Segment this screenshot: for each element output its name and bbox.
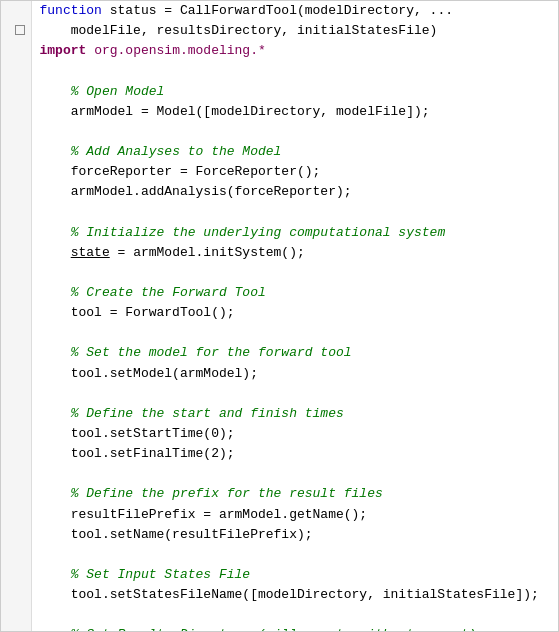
code-table: function status = CallForwardTool(modelD… [1,1,558,632]
code-line: % Add Analyses to the Model [1,142,558,162]
line-code: state = armModel.initSystem(); [31,243,558,263]
line-number [1,585,31,605]
code-line: state = armModel.initSystem(); [1,243,558,263]
line-number [1,545,31,565]
line-code: % Open Model [31,82,558,102]
code-line: % Define the prefix for the result files [1,484,558,504]
line-code: % Define the prefix for the result files [31,484,558,504]
code-line: % Initialize the underlying computationa… [1,223,558,243]
code-line [1,384,558,404]
line-number [1,263,31,283]
line-number [1,82,31,102]
line-code: modelFile, resultsDirectory, initialStat… [31,21,558,41]
line-code [31,263,558,283]
line-number [1,424,31,444]
line-number [1,202,31,222]
code-line [1,605,558,625]
line-code: % Set Input States File [31,565,558,585]
code-line [1,263,558,283]
code-line: tool.setStatesFileName([modelDirectory, … [1,585,558,605]
line-number [1,525,31,545]
line-code [31,202,558,222]
line-code: % Define the start and finish times [31,404,558,424]
code-line: tool.setStartTime(0); [1,424,558,444]
line-code: % Set the model for the forward tool [31,343,558,363]
line-code [31,464,558,484]
code-line: armModel.addAnalysis(forceReporter); [1,182,558,202]
line-code: forceReporter = ForceReporter(); [31,162,558,182]
code-line [1,323,558,343]
line-number [1,162,31,182]
code-line: tool = ForwardTool(); [1,303,558,323]
line-number [1,364,31,384]
code-line: import org.opensim.modeling.* [1,41,558,61]
line-number [1,484,31,504]
line-code: resultFilePrefix = armModel.getName(); [31,505,558,525]
line-number [1,444,31,464]
line-code: tool.setName(resultFilePrefix); [31,525,558,545]
line-code: tool.setStatesFileName([modelDirectory, … [31,585,558,605]
code-line: forceReporter = ForceReporter(); [1,162,558,182]
line-code: import org.opensim.modeling.* [31,41,558,61]
line-number [1,223,31,243]
code-line: tool.setModel(armModel); [1,364,558,384]
line-code: % Create the Forward Tool [31,283,558,303]
line-number [1,404,31,424]
line-code [31,605,558,625]
line-code: function status = CallForwardTool(modelD… [31,1,558,21]
line-code: tool.setModel(armModel); [31,364,558,384]
code-line [1,122,558,142]
line-number [1,565,31,585]
line-number [1,41,31,61]
code-line: % Set Results Directory (will create wit… [1,625,558,632]
line-number [1,243,31,263]
line-number [1,384,31,404]
line-number [1,122,31,142]
line-code [31,545,558,565]
code-line [1,61,558,81]
code-line: % Define the start and finish times [1,404,558,424]
line-number [1,21,31,41]
line-number [1,1,31,21]
line-number [1,605,31,625]
line-number [1,625,31,632]
line-code [31,61,558,81]
code-line: % Open Model [1,82,558,102]
line-code: armModel = Model([modelDirectory, modelF… [31,102,558,122]
line-number [1,142,31,162]
code-line [1,464,558,484]
line-code: % Set Results Directory (will create wit… [31,625,558,632]
code-line: % Set Input States File [1,565,558,585]
line-number [1,505,31,525]
line-code: tool.setStartTime(0); [31,424,558,444]
code-line: resultFilePrefix = armModel.getName(); [1,505,558,525]
code-line: tool.setName(resultFilePrefix); [1,525,558,545]
line-number [1,283,31,303]
code-line: % Create the Forward Tool [1,283,558,303]
line-number [1,464,31,484]
line-code: % Add Analyses to the Model [31,142,558,162]
line-code: tool.setFinalTime(2); [31,444,558,464]
line-number [1,323,31,343]
code-line: modelFile, resultsDirectory, initialStat… [1,21,558,41]
line-code [31,323,558,343]
code-line: armModel = Model([modelDirectory, modelF… [1,102,558,122]
code-line [1,202,558,222]
code-editor: function status = CallForwardTool(modelD… [0,0,559,632]
code-line: tool.setFinalTime(2); [1,444,558,464]
line-number [1,343,31,363]
line-number [1,303,31,323]
line-number [1,61,31,81]
line-code: % Initialize the underlying computationa… [31,223,558,243]
line-number [1,102,31,122]
line-code [31,122,558,142]
line-code: armModel.addAnalysis(forceReporter); [31,182,558,202]
code-line: function status = CallForwardTool(modelD… [1,1,558,21]
line-code: tool = ForwardTool(); [31,303,558,323]
code-line [1,545,558,565]
line-code [31,384,558,404]
line-number [1,182,31,202]
code-line: % Set the model for the forward tool [1,343,558,363]
